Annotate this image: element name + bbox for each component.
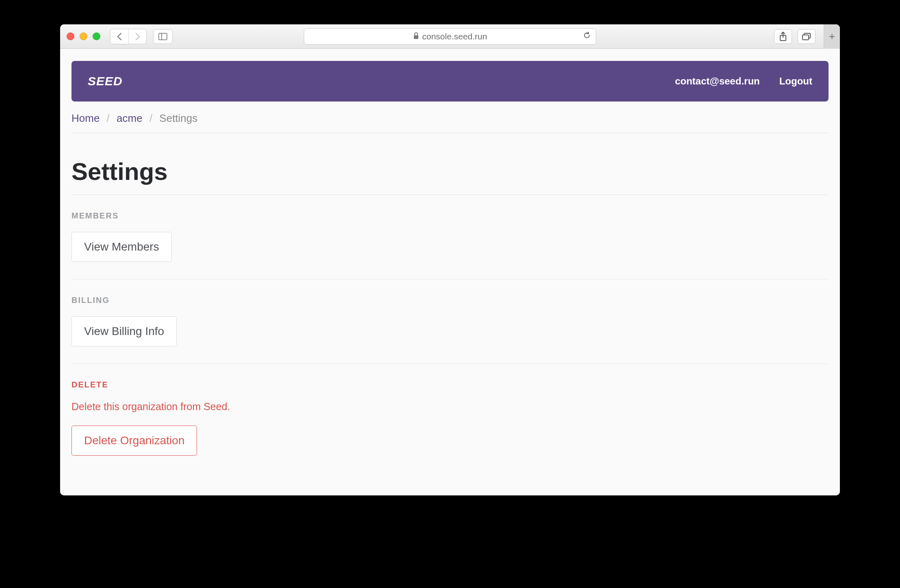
billing-section: BILLING View Billing Info [71, 279, 829, 364]
back-button[interactable] [110, 29, 128, 44]
new-tab-button[interactable]: + [824, 24, 840, 49]
delete-section: DELETE Delete this organization from See… [71, 364, 829, 473]
logo[interactable]: SEED [88, 74, 123, 88]
sidebar-toggle-button[interactable] [153, 29, 173, 44]
delete-description: Delete this organization from Seed. [71, 401, 829, 413]
delete-label: DELETE [71, 380, 829, 389]
traffic-lights [67, 32, 100, 40]
minimize-window-icon[interactable] [80, 32, 87, 40]
breadcrumb-home[interactable]: Home [71, 112, 100, 124]
svg-rect-2 [414, 35, 418, 39]
titlebar: console.seed.run + [60, 24, 840, 49]
view-billing-button[interactable]: View Billing Info [71, 316, 177, 346]
page-content: SEED contact@seed.run Logout Home / acme… [60, 49, 840, 495]
close-window-icon[interactable] [67, 32, 74, 40]
app-header: SEED contact@seed.run Logout [71, 61, 829, 102]
share-button[interactable] [774, 29, 792, 44]
logout-link[interactable]: Logout [779, 76, 812, 87]
browser-window: console.seed.run + SEED contact@seed.run… [60, 24, 840, 495]
svg-rect-0 [159, 33, 167, 40]
breadcrumb: Home / acme / Settings [71, 112, 829, 133]
breadcrumb-current: Settings [159, 112, 197, 124]
billing-label: BILLING [71, 296, 829, 305]
svg-rect-5 [803, 35, 809, 40]
forward-button[interactable] [128, 29, 146, 44]
maximize-window-icon[interactable] [93, 32, 100, 40]
url-bar[interactable]: console.seed.run [304, 28, 596, 45]
right-toolbar: + [774, 24, 833, 49]
view-members-button[interactable]: View Members [71, 232, 172, 262]
user-email-link[interactable]: contact@seed.run [675, 76, 760, 87]
breadcrumb-separator: / [107, 112, 110, 124]
members-label: MEMBERS [71, 211, 829, 220]
breadcrumb-org[interactable]: acme [117, 112, 143, 124]
nav-buttons [110, 29, 147, 44]
delete-organization-button[interactable]: Delete Organization [71, 426, 197, 456]
members-section: MEMBERS View Members [71, 195, 829, 279]
breadcrumb-separator: / [149, 112, 152, 124]
page-title: Settings [71, 158, 829, 195]
header-right: contact@seed.run Logout [675, 76, 812, 87]
reload-icon[interactable] [583, 31, 591, 41]
tabs-button[interactable] [798, 29, 816, 44]
url-text: console.seed.run [422, 32, 487, 41]
lock-icon [413, 32, 419, 41]
